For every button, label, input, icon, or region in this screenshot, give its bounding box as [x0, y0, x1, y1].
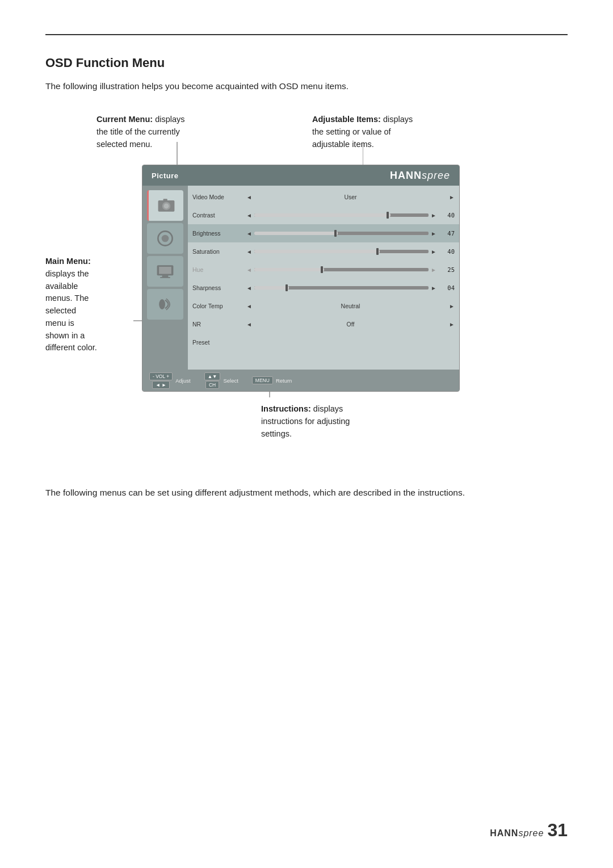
- osd-ctrl-saturation: ◄ ► 40: [246, 248, 455, 255]
- osd-label-contrast: Contrast: [192, 212, 246, 219]
- callout-instructions: Instructions: displaysinstructions for a…: [261, 403, 350, 440]
- osd-screen: Picture HANNspree: [142, 165, 460, 392]
- osd-brand-spree: spree: [422, 170, 450, 181]
- page-container: OSD Function Menu The following illustra…: [0, 0, 613, 868]
- arrow-right-video-mode: ►: [449, 194, 455, 200]
- slider-fill-hue: [254, 268, 324, 271]
- arrow-left-video-mode: ◄: [246, 194, 252, 200]
- callout-instructions-label: Instructions:: [261, 404, 311, 413]
- osd-label-colortemp: Color Temp: [192, 303, 246, 309]
- osd-value-sharpness: 04: [439, 284, 455, 291]
- arrow-right-hue: ►: [431, 267, 436, 273]
- slider-thumb-brightness: [334, 230, 337, 237]
- osd-icon-photo: [147, 190, 183, 221]
- slider-track-saturation: [254, 250, 429, 253]
- arrow-right-contrast: ►: [431, 212, 436, 219]
- osd-footer-btn-ud: ▲▼: [204, 372, 221, 380]
- callout-main-menu-label: Main Menu:: [45, 257, 91, 266]
- osd-ctrl-sharpness: ◄ ► 04: [246, 284, 455, 291]
- osd-ctrl-brightness: ◄ ► 47: [246, 230, 455, 237]
- footer-page-number: 31: [547, 820, 568, 841]
- footer-brand-hann: HANN: [490, 828, 518, 838]
- slider-fill-saturation: [254, 250, 380, 253]
- callout-adjustable: Adjustable Items: displaysthe setting or…: [312, 114, 413, 150]
- osd-menu-row-contrast: Contrast ◄ ► 40: [188, 206, 459, 224]
- osd-brand-hann: HANN: [390, 170, 422, 181]
- osd-footer-label-select: Select: [223, 378, 238, 384]
- speaker-icon: [155, 294, 175, 315]
- osd-icon-speaker: [147, 289, 183, 320]
- osd-menu-row-preset: Preset: [188, 333, 459, 351]
- osd-icon-monitor: [147, 256, 183, 287]
- bottom-text: The following menus can be set using dif…: [45, 486, 522, 500]
- slider-fill-brightness: [254, 232, 338, 235]
- callout-current-menu: Current Menu: displaysthe title of the c…: [96, 114, 185, 150]
- arrow-right-colortemp: ►: [449, 303, 455, 309]
- slider-track-brightness: [254, 232, 429, 235]
- osd-ctrl-colortemp: ◄ Neutral ►: [246, 303, 455, 309]
- osd-footer-btn-lr: ◄ ►: [152, 381, 170, 389]
- arrow-left-colortemp: ◄: [246, 303, 252, 309]
- slider-track-sharpness: [254, 286, 429, 290]
- osd-footer-btn-menu: MENU: [252, 376, 273, 384]
- osd-menu-row-brightness: Brightness ◄ ► 47: [188, 224, 459, 242]
- arrow-right-nr: ►: [449, 321, 455, 328]
- slider-thumb-sharpness: [285, 284, 288, 291]
- osd-ctrl-video-mode: ◄ User ►: [246, 194, 455, 200]
- arrow-left-nr: ◄: [246, 321, 252, 328]
- osd-brand: HANNspree: [390, 170, 450, 182]
- osd-label-sharpness: Sharpness: [192, 284, 246, 291]
- monitor-icon: [155, 261, 175, 282]
- arrow-right-saturation: ►: [431, 249, 436, 255]
- osd-footer-btn-ch: CH: [205, 381, 219, 389]
- osd-menu-row-nr: NR ◄ Off ►: [188, 315, 459, 333]
- osd-label-saturation: Saturation: [192, 248, 246, 255]
- arrow-right-brightness: ►: [431, 230, 436, 237]
- slider-track-hue: [254, 268, 429, 271]
- top-rule: [45, 34, 568, 35]
- slider-fill-sharpness: [254, 286, 289, 290]
- footer-brand: HANNspree: [490, 828, 544, 838]
- svg-point-9: [162, 235, 169, 242]
- osd-label-nr: NR: [192, 321, 246, 328]
- slider-thumb-contrast: [387, 212, 389, 219]
- arrow-right-sharpness: ►: [431, 285, 436, 291]
- osd-value-video-mode: User: [254, 194, 447, 200]
- callout-main-menu: Main Menu: displays theavailablemenus. T…: [45, 255, 97, 354]
- svg-point-14: [159, 299, 165, 309]
- osd-footer: - VOL + ◄ ► Adjust ▲▼ CH Select MENU Ret…: [142, 370, 459, 391]
- osd-menu-row-colortemp: Color Temp ◄ Neutral ►: [188, 297, 459, 315]
- osd-value-brightness: 47: [439, 230, 455, 237]
- arrow-left-hue: ◄: [246, 267, 252, 273]
- osd-icon-lens: [147, 223, 183, 254]
- osd-value-contrast: 40: [439, 212, 455, 219]
- diagram-area: Current Menu: displaysthe title of the c…: [45, 114, 568, 466]
- slider-fill-contrast: [254, 213, 391, 217]
- osd-icon-panel: [142, 186, 188, 370]
- photo-icon: [156, 195, 177, 216]
- slider-thumb-saturation: [376, 248, 379, 255]
- osd-value-saturation: 40: [439, 248, 455, 255]
- osd-header: Picture HANNspree: [142, 165, 459, 186]
- osd-menu-panel: Video Mode ◄ User ► Contrast ◄: [188, 186, 459, 370]
- arrow-left-brightness: ◄: [246, 230, 252, 237]
- osd-label-preset: Preset: [192, 339, 246, 346]
- section-title: OSD Function Menu: [45, 56, 568, 70]
- svg-point-6: [163, 203, 169, 208]
- osd-label-hue: Hue: [192, 266, 246, 273]
- osd-footer-adjust: - VOL + ◄ ► Adjust: [149, 372, 191, 389]
- slider-track-contrast: [254, 213, 429, 217]
- osd-footer-label-return: Return: [276, 378, 292, 384]
- osd-body: Video Mode ◄ User ► Contrast ◄: [142, 186, 459, 370]
- osd-footer-select: ▲▼ CH Select: [204, 372, 238, 389]
- osd-value-hue: 25: [439, 266, 455, 273]
- arrow-left-sharpness: ◄: [246, 285, 252, 291]
- page-footer: HANNspree 31: [490, 820, 568, 841]
- osd-label-brightness: Brightness: [192, 230, 246, 237]
- callout-main-menu-desc: displays theavailablemenus. Theselectedm…: [45, 269, 97, 353]
- osd-menu-row-saturation: Saturation ◄ ► 40: [188, 242, 459, 261]
- svg-rect-12: [162, 275, 169, 277]
- svg-rect-13: [160, 277, 170, 278]
- lens-icon: [155, 228, 175, 249]
- svg-rect-7: [163, 199, 167, 201]
